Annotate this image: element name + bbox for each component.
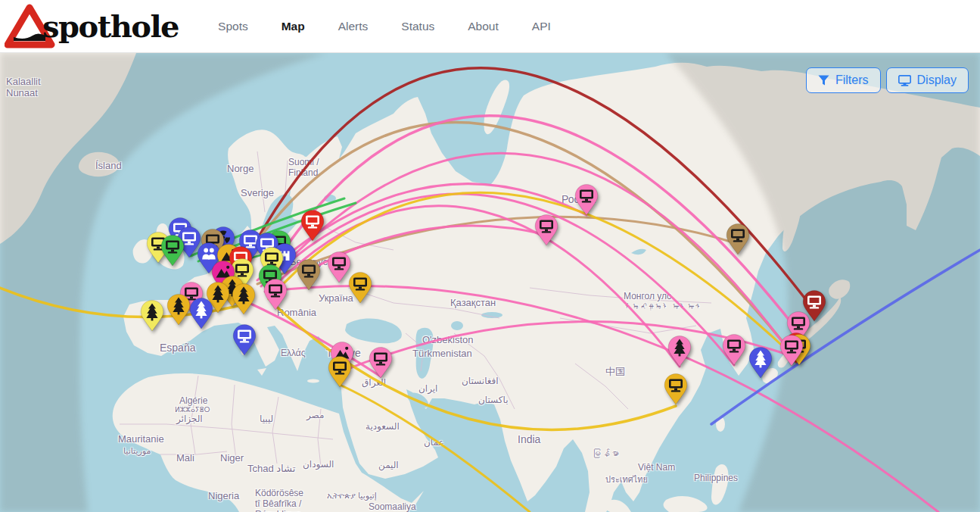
map-marker-monitor[interactable] <box>328 357 351 387</box>
brand-name: spothole <box>42 8 179 44</box>
top-navbar: spothole SpotsMapAlertsStatusAboutAPI <box>0 0 980 53</box>
map-controls: Filters Display <box>806 67 969 93</box>
map-marker-monitor[interactable] <box>301 211 324 241</box>
filters-button-label: Filters <box>835 73 869 87</box>
nav-item-alerts[interactable]: Alerts <box>338 20 369 33</box>
map-marker-monitor[interactable] <box>328 252 350 283</box>
display-monitor-icon <box>898 75 911 86</box>
map-marker-monitor[interactable] <box>264 279 287 310</box>
map-marker-tree[interactable] <box>749 348 772 378</box>
map-marker-tree[interactable] <box>141 301 163 331</box>
spot-path <box>340 385 530 512</box>
map-marker-monitor[interactable] <box>161 236 184 266</box>
map-marker-tree[interactable] <box>167 295 190 325</box>
map-canvas[interactable]: Kalaallit NunaatÍslandNorgeSverigeSuomi … <box>0 53 980 512</box>
map-marker-monitor[interactable] <box>723 335 745 365</box>
map-marker-monitor[interactable] <box>664 374 687 404</box>
filter-funnel-icon <box>818 75 829 86</box>
spot-path <box>242 68 814 311</box>
map-marker-tree[interactable] <box>190 298 213 329</box>
map-marker-tree[interactable] <box>232 284 255 314</box>
map-marker-monitor[interactable] <box>297 260 320 290</box>
display-button-label: Display <box>917 73 957 87</box>
display-button[interactable]: Display <box>886 67 969 93</box>
filters-button[interactable]: Filters <box>806 67 881 93</box>
nav-item-api[interactable]: API <box>532 20 551 33</box>
map-marker-monitor[interactable] <box>535 215 558 245</box>
map-marker-tree[interactable] <box>668 336 691 367</box>
brand-logo[interactable]: spothole <box>5 0 179 53</box>
nav-item-status[interactable]: Status <box>401 20 434 33</box>
nav-item-spots[interactable]: Spots <box>218 20 248 33</box>
spots-overlay-layer <box>0 53 980 512</box>
map-marker-monitor[interactable] <box>349 273 372 303</box>
map-marker-monitor[interactable] <box>233 325 256 355</box>
nav-item-map[interactable]: Map <box>282 20 305 33</box>
main-nav: SpotsMapAlertsStatusAboutAPI <box>218 20 551 33</box>
map-marker-monitor[interactable] <box>369 348 392 378</box>
nav-item-about[interactable]: About <box>468 20 499 33</box>
